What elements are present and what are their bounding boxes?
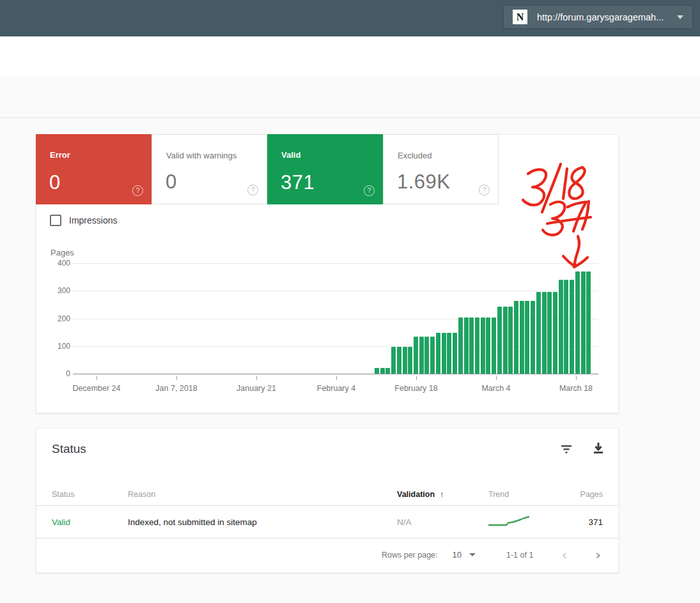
chart-bar[interactable] xyxy=(492,317,496,374)
chart-bar[interactable] xyxy=(559,280,563,374)
download-icon[interactable] xyxy=(591,441,605,455)
chart-bar[interactable] xyxy=(586,271,591,374)
chart-bar[interactable] xyxy=(497,307,502,374)
x-tick-mark xyxy=(256,376,257,380)
chart-bar[interactable] xyxy=(453,333,457,374)
chevron-down-icon xyxy=(677,15,683,19)
chart-bar[interactable] xyxy=(503,307,508,374)
card-error-label: Error xyxy=(50,150,70,160)
index-coverage-panel: Error 0 ? Valid with warnings 0 ? Valid … xyxy=(36,134,619,413)
chart-bar[interactable] xyxy=(481,317,485,374)
chart-bar[interactable] xyxy=(553,292,557,374)
chart-bar[interactable] xyxy=(525,301,529,374)
filter-icon[interactable] xyxy=(559,441,573,455)
chart-bar[interactable] xyxy=(514,301,518,374)
chart-bar[interactable] xyxy=(430,337,435,374)
card-valid-with-warnings[interactable]: Valid with warnings 0 ? xyxy=(152,134,267,204)
chart-bar[interactable] xyxy=(385,368,390,374)
chart-bar[interactable] xyxy=(442,333,446,374)
column-header-validation[interactable]: Validation↑ xyxy=(397,489,488,499)
table-row[interactable]: Valid Indexed, not submitted in sitemap … xyxy=(36,505,618,538)
table-toolbar xyxy=(559,441,605,455)
chart-bar[interactable] xyxy=(536,292,541,374)
row-pages-value: 371 xyxy=(566,517,603,527)
top-app-bar: N http://forum.garysgaragemah... xyxy=(0,0,700,36)
summary-cards-row: Error 0 ? Valid with warnings 0 ? Valid … xyxy=(36,134,499,204)
x-tick-label: Jan 7, 2018 xyxy=(141,384,212,393)
chart-bar[interactable] xyxy=(424,337,429,374)
chart-bar[interactable] xyxy=(520,301,524,374)
help-icon[interactable]: ? xyxy=(479,185,490,195)
chart-bar[interactable] xyxy=(447,333,451,374)
chart-bar[interactable] xyxy=(375,368,379,374)
card-excluded[interactable]: Excluded 1.69K ? xyxy=(383,134,499,204)
chart-bar[interactable] xyxy=(570,280,574,374)
previous-page-icon[interactable]: ‹ xyxy=(561,547,567,563)
impressions-toggle[interactable]: Impressions xyxy=(50,215,117,226)
chart-bar[interactable] xyxy=(397,347,401,374)
chart-bar[interactable] xyxy=(391,347,396,374)
column-header-validation-label: Validation xyxy=(397,490,435,499)
chart-bar[interactable] xyxy=(564,280,568,374)
column-header-pages[interactable]: Pages xyxy=(566,490,603,499)
chart-bar[interactable] xyxy=(458,317,463,374)
x-tick-label: February 18 xyxy=(381,384,451,393)
column-header-trend[interactable]: Trend xyxy=(488,490,566,499)
x-tick-mark xyxy=(336,376,337,380)
chart-bar[interactable] xyxy=(486,317,490,374)
chart-bar[interactable] xyxy=(542,292,547,374)
x-tick-label: March 4 xyxy=(461,384,531,393)
chart-bar[interactable] xyxy=(469,317,474,374)
chart-bar[interactable] xyxy=(419,337,424,374)
chart-bar[interactable] xyxy=(403,347,407,374)
card-valid-with-warnings-value: 0 xyxy=(166,171,177,194)
pagination-range-label: 1-1 of 1 xyxy=(506,551,533,560)
card-valid-label: Valid xyxy=(281,150,300,160)
status-table-panel: Status Status Reason Validation↑ Trend P… xyxy=(36,428,619,573)
card-excluded-label: Excluded xyxy=(398,151,432,160)
rows-per-page-label: Rows per page: xyxy=(382,551,438,560)
chart-bar[interactable] xyxy=(436,333,440,374)
impressions-checkbox[interactable] xyxy=(50,215,61,226)
status-panel-title: Status xyxy=(52,442,86,456)
y-tick-label: 200 xyxy=(42,314,70,323)
site-favicon: N xyxy=(513,10,527,24)
x-tick-mark xyxy=(496,376,497,380)
chart-bar[interactable] xyxy=(581,271,586,374)
card-valid-with-warnings-label: Valid with warnings xyxy=(166,151,237,160)
chart-bar[interactable] xyxy=(408,347,412,374)
chart-bar[interactable] xyxy=(508,307,513,374)
chart-bar[interactable] xyxy=(575,271,580,374)
chart-bar[interactable] xyxy=(547,292,552,374)
property-selector-dropdown[interactable]: N http://forum.garysgaragemah... xyxy=(503,5,693,29)
chart-bar[interactable] xyxy=(531,301,535,374)
row-reason-value: Indexed, not submitted in sitemap xyxy=(128,517,397,527)
header-band xyxy=(0,36,700,77)
chart-bar[interactable] xyxy=(475,317,479,374)
card-valid[interactable]: Valid 371 ? xyxy=(267,134,383,204)
x-tick-mark xyxy=(176,376,177,380)
table-pagination: Rows per page: 10 1-1 of 1 ‹ › xyxy=(36,537,618,572)
card-error[interactable]: Error 0 ? xyxy=(36,134,152,204)
sort-ascending-icon: ↑ xyxy=(440,489,444,499)
row-validation-value: N/A xyxy=(397,517,488,527)
next-page-icon[interactable]: › xyxy=(595,547,601,563)
card-valid-value: 371 xyxy=(281,171,315,194)
help-icon[interactable]: ? xyxy=(364,185,375,196)
y-tick-label: 300 xyxy=(42,286,70,295)
bar-series xyxy=(375,263,592,374)
column-header-reason[interactable]: Reason xyxy=(128,490,397,499)
rows-per-page-caret-icon[interactable] xyxy=(469,553,476,556)
row-status-value: Valid xyxy=(52,517,128,527)
chart-bar[interactable] xyxy=(414,337,418,374)
help-icon[interactable]: ? xyxy=(247,185,258,195)
chart-bar[interactable] xyxy=(380,368,385,374)
x-tick-label: December 24 xyxy=(61,384,132,393)
help-icon[interactable]: ? xyxy=(132,185,143,196)
x-tick-label: March 18 xyxy=(541,384,611,393)
column-header-status[interactable]: Status xyxy=(52,490,128,499)
x-tick-mark xyxy=(97,376,97,380)
chart-bar[interactable] xyxy=(464,317,469,374)
row-trend-sparkline xyxy=(488,515,566,530)
rows-per-page-value[interactable]: 10 xyxy=(453,550,462,560)
